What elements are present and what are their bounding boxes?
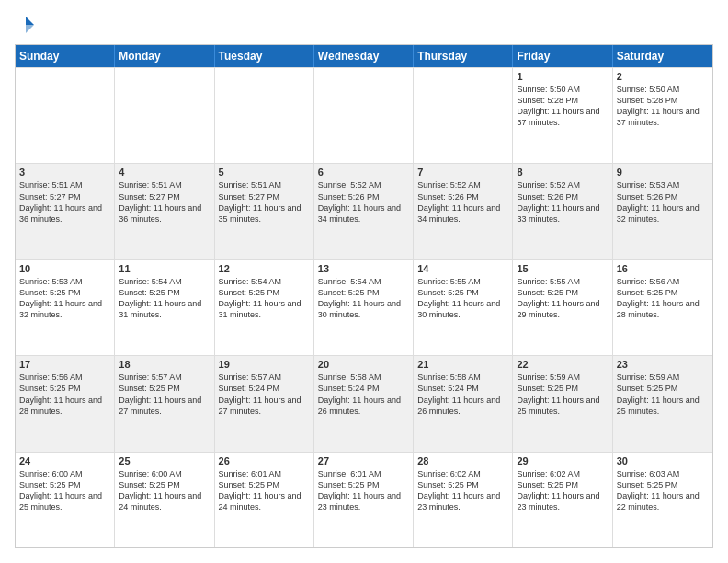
day-number: 11 (119, 263, 210, 274)
cell-info: Sunrise: 5:59 AM Sunset: 5:25 PM Dayligh… (517, 372, 608, 417)
calendar-cell: 9Sunrise: 5:53 AM Sunset: 5:26 PM Daylig… (613, 164, 712, 259)
header-thursday: Thursday (414, 45, 513, 67)
cell-info: Sunrise: 5:50 AM Sunset: 5:28 PM Dayligh… (517, 84, 608, 129)
header-tuesday: Tuesday (215, 45, 314, 67)
day-number: 25 (119, 455, 210, 466)
day-number: 3 (19, 167, 110, 178)
calendar-cell: 17Sunrise: 5:56 AM Sunset: 5:25 PM Dayli… (16, 356, 115, 451)
calendar-cell: 22Sunrise: 5:59 AM Sunset: 5:25 PM Dayli… (513, 356, 612, 451)
cell-info: Sunrise: 5:57 AM Sunset: 5:24 PM Dayligh… (219, 372, 310, 417)
day-number: 7 (417, 167, 508, 178)
week-row-4: 17Sunrise: 5:56 AM Sunset: 5:25 PM Dayli… (16, 355, 712, 451)
day-number: 19 (219, 359, 310, 370)
calendar-cell (414, 68, 513, 163)
calendar-cell: 19Sunrise: 5:57 AM Sunset: 5:24 PM Dayli… (215, 356, 314, 451)
cell-info: Sunrise: 5:53 AM Sunset: 5:25 PM Dayligh… (19, 276, 110, 321)
calendar-cell: 16Sunrise: 5:56 AM Sunset: 5:25 PM Dayli… (613, 260, 712, 355)
calendar-cell: 1Sunrise: 5:50 AM Sunset: 5:28 PM Daylig… (513, 68, 612, 163)
calendar-cell: 25Sunrise: 6:00 AM Sunset: 5:25 PM Dayli… (115, 453, 214, 547)
header-friday: Friday (513, 45, 612, 67)
header-sunday: Sunday (16, 45, 115, 67)
cell-info: Sunrise: 6:02 AM Sunset: 5:25 PM Dayligh… (417, 468, 508, 513)
calendar: Sunday Monday Tuesday Wednesday Thursday… (15, 44, 713, 548)
calendar-cell: 10Sunrise: 5:53 AM Sunset: 5:25 PM Dayli… (16, 260, 115, 355)
calendar-cell (16, 68, 115, 163)
day-number: 14 (417, 263, 508, 274)
page: Sunday Monday Tuesday Wednesday Thursday… (0, 0, 728, 563)
week-row-2: 3Sunrise: 5:51 AM Sunset: 5:27 PM Daylig… (16, 163, 712, 259)
cell-info: Sunrise: 5:54 AM Sunset: 5:25 PM Dayligh… (219, 276, 310, 321)
cell-info: Sunrise: 5:55 AM Sunset: 5:25 PM Dayligh… (517, 276, 608, 321)
day-number: 22 (517, 359, 608, 370)
calendar-header: Sunday Monday Tuesday Wednesday Thursday… (16, 45, 712, 67)
calendar-cell: 7Sunrise: 5:52 AM Sunset: 5:26 PM Daylig… (414, 164, 513, 259)
day-number: 2 (617, 71, 709, 82)
calendar-cell: 3Sunrise: 5:51 AM Sunset: 5:27 PM Daylig… (16, 164, 115, 259)
day-number: 17 (19, 359, 110, 370)
day-number: 23 (617, 359, 709, 370)
calendar-cell: 28Sunrise: 6:02 AM Sunset: 5:25 PM Dayli… (414, 453, 513, 547)
cell-info: Sunrise: 5:56 AM Sunset: 5:25 PM Dayligh… (19, 372, 110, 417)
calendar-cell: 6Sunrise: 5:52 AM Sunset: 5:26 PM Daylig… (314, 164, 414, 259)
day-number: 20 (318, 359, 409, 370)
day-number: 6 (318, 167, 409, 178)
cell-info: Sunrise: 5:53 AM Sunset: 5:26 PM Dayligh… (617, 179, 709, 224)
day-number: 1 (517, 71, 608, 82)
calendar-cell: 15Sunrise: 5:55 AM Sunset: 5:25 PM Dayli… (513, 260, 612, 355)
calendar-cell: 8Sunrise: 5:52 AM Sunset: 5:26 PM Daylig… (513, 164, 612, 259)
cell-info: Sunrise: 6:03 AM Sunset: 5:25 PM Dayligh… (617, 468, 709, 513)
day-number: 29 (517, 455, 608, 466)
calendar-cell (215, 68, 314, 163)
logo (15, 15, 36, 35)
calendar-cell: 30Sunrise: 6:03 AM Sunset: 5:25 PM Dayli… (613, 453, 712, 547)
day-number: 8 (517, 167, 608, 178)
calendar-cell: 20Sunrise: 5:58 AM Sunset: 5:24 PM Dayli… (314, 356, 414, 451)
day-number: 18 (119, 359, 210, 370)
calendar-cell: 12Sunrise: 5:54 AM Sunset: 5:25 PM Dayli… (215, 260, 314, 355)
day-number: 16 (617, 263, 709, 274)
calendar-cell: 11Sunrise: 5:54 AM Sunset: 5:25 PM Dayli… (115, 260, 214, 355)
cell-info: Sunrise: 5:58 AM Sunset: 5:24 PM Dayligh… (417, 372, 508, 417)
svg-marker-1 (26, 25, 34, 33)
calendar-cell: 27Sunrise: 6:01 AM Sunset: 5:25 PM Dayli… (314, 453, 414, 547)
day-number: 21 (417, 359, 508, 370)
calendar-cell: 4Sunrise: 5:51 AM Sunset: 5:27 PM Daylig… (115, 164, 214, 259)
day-number: 4 (119, 167, 210, 178)
cell-info: Sunrise: 5:51 AM Sunset: 5:27 PM Dayligh… (19, 179, 110, 224)
calendar-cell: 23Sunrise: 5:59 AM Sunset: 5:25 PM Dayli… (613, 356, 712, 451)
cell-info: Sunrise: 5:58 AM Sunset: 5:24 PM Dayligh… (318, 372, 409, 417)
cell-info: Sunrise: 5:56 AM Sunset: 5:25 PM Dayligh… (617, 276, 709, 321)
week-row-3: 10Sunrise: 5:53 AM Sunset: 5:25 PM Dayli… (16, 259, 712, 355)
cell-info: Sunrise: 5:51 AM Sunset: 5:27 PM Dayligh… (219, 179, 310, 224)
logo-icon (16, 15, 36, 35)
cell-info: Sunrise: 6:02 AM Sunset: 5:25 PM Dayligh… (517, 468, 608, 513)
cell-info: Sunrise: 5:52 AM Sunset: 5:26 PM Dayligh… (318, 179, 409, 224)
cell-info: Sunrise: 6:00 AM Sunset: 5:25 PM Dayligh… (119, 468, 210, 513)
calendar-cell: 5Sunrise: 5:51 AM Sunset: 5:27 PM Daylig… (215, 164, 314, 259)
calendar-cell (115, 68, 214, 163)
cell-info: Sunrise: 5:55 AM Sunset: 5:25 PM Dayligh… (417, 276, 508, 321)
day-number: 28 (417, 455, 508, 466)
cell-info: Sunrise: 5:51 AM Sunset: 5:27 PM Dayligh… (119, 179, 210, 224)
cell-info: Sunrise: 5:54 AM Sunset: 5:25 PM Dayligh… (318, 276, 409, 321)
cell-info: Sunrise: 5:50 AM Sunset: 5:28 PM Dayligh… (617, 84, 709, 129)
calendar-cell: 24Sunrise: 6:00 AM Sunset: 5:25 PM Dayli… (16, 453, 115, 547)
day-number: 26 (219, 455, 310, 466)
day-number: 27 (318, 455, 409, 466)
day-number: 12 (219, 263, 310, 274)
day-number: 30 (617, 455, 709, 466)
day-number: 24 (19, 455, 110, 466)
cell-info: Sunrise: 5:54 AM Sunset: 5:25 PM Dayligh… (119, 276, 210, 321)
calendar-cell: 2Sunrise: 5:50 AM Sunset: 5:28 PM Daylig… (613, 68, 712, 163)
calendar-cell: 21Sunrise: 5:58 AM Sunset: 5:24 PM Dayli… (414, 356, 513, 451)
day-number: 13 (318, 263, 409, 274)
day-number: 5 (219, 167, 310, 178)
cell-info: Sunrise: 6:01 AM Sunset: 5:25 PM Dayligh… (219, 468, 310, 513)
cell-info: Sunrise: 6:01 AM Sunset: 5:25 PM Dayligh… (318, 468, 409, 513)
calendar-cell: 29Sunrise: 6:02 AM Sunset: 5:25 PM Dayli… (513, 453, 612, 547)
calendar-cell: 18Sunrise: 5:57 AM Sunset: 5:25 PM Dayli… (115, 356, 214, 451)
calendar-cell: 26Sunrise: 6:01 AM Sunset: 5:25 PM Dayli… (215, 453, 314, 547)
calendar-cell: 14Sunrise: 5:55 AM Sunset: 5:25 PM Dayli… (414, 260, 513, 355)
svg-marker-0 (26, 17, 34, 25)
calendar-cell: 13Sunrise: 5:54 AM Sunset: 5:25 PM Dayli… (314, 260, 414, 355)
